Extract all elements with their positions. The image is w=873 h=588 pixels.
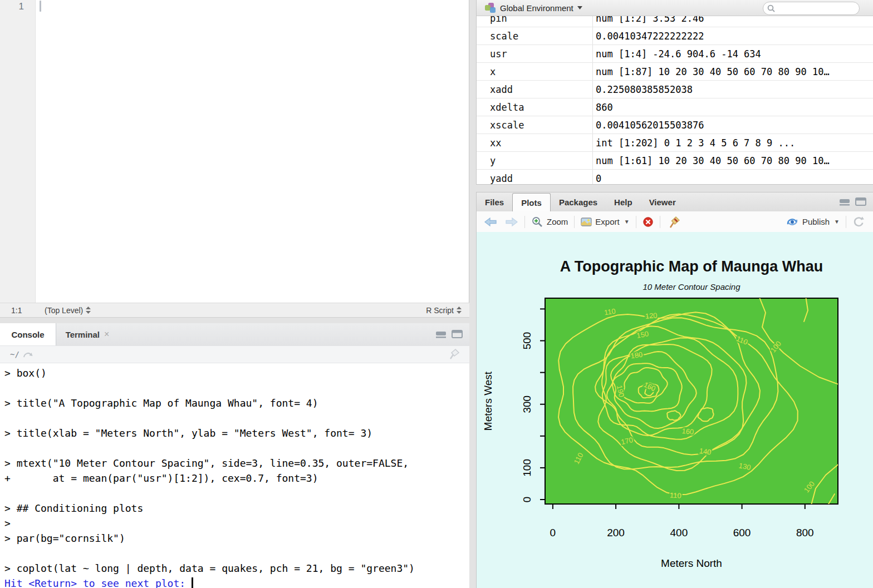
export-dropdown-icon: ▼ [624,219,630,225]
forward-arrow-icon [505,216,518,228]
zoom-plot-button[interactable]: Zoom [527,214,572,230]
console-line [4,411,469,426]
remove-plot-button[interactable] [639,214,658,230]
editor-caret [40,1,41,12]
variable-value: 0 [593,173,601,184]
environment-variable-row[interactable]: xadd0.225080385852038 [477,81,873,98]
svg-text:110: 110 [604,307,616,317]
console-output[interactable]: > box()> title("A Topographic Map of Mau… [0,363,469,588]
environment-pane: pinnum [1:2] 3.53 2.46scale0.00410347222… [476,0,873,185]
variable-value: num [1:87] 10 20 30 40 50 60 70 80 90 10… [593,66,830,77]
goto-directory-icon[interactable] [23,350,33,358]
variable-value: int [1:202] 0 1 2 3 4 5 6 7 8 9 ... [593,137,795,149]
updown-icon [86,307,91,314]
export-plot-button[interactable]: Export ▼ [577,214,633,230]
zoom-label: Zoom [547,217,568,226]
working-directory[interactable]: ~/ [10,350,19,359]
console-line: + at = mean(par("usr")[1:2]), cex=0.7, f… [4,471,469,486]
source-status-bar: 1:1 (Top Level) R Script [0,303,469,318]
environment-search-box[interactable] [763,2,860,15]
zoom-magnifier-icon [531,216,543,228]
editor-text-area[interactable] [36,0,469,303]
terminal-close-icon[interactable]: × [104,329,109,339]
x-axis-label: Meters North [661,557,722,569]
environment-search-input[interactable] [777,4,859,13]
source-editor-pane[interactable]: 1 [0,0,469,303]
environment-variable-list: pinnum [1:2] 3.53 2.46scale0.00410347222… [477,9,873,185]
variable-name: x [477,63,593,80]
environment-variable-row[interactable]: xdelta860 [477,98,873,116]
export-image-icon [581,218,592,226]
console-line [4,441,469,456]
console-line: > par(bg="cornsilk") [4,531,469,546]
clear-console-icon[interactable] [447,347,460,360]
y-axis-label: Meters West [482,371,494,431]
console-tab-bar: Console Terminal × [0,323,469,347]
variable-value: 0.00410347222222222 [593,31,704,42]
minimize-pane-icon[interactable] [839,197,850,206]
refresh-plot-button[interactable] [849,214,869,230]
variable-name: xscale [477,116,593,134]
variable-name: y [477,152,593,169]
tab-viewer[interactable]: Viewer [641,193,684,211]
variable-name: usr [477,45,593,62]
console-line: Hit <Return> to see next plot: [4,576,469,588]
publish-button[interactable]: Publish ▼ [782,214,843,230]
variable-name: yadd [477,170,593,185]
environment-variable-row[interactable]: xxint [1:202] 0 1 2 3 4 5 6 7 8 9 ... [477,134,873,152]
environment-variable-row[interactable]: ynum [1:61] 10 20 30 40 50 60 70 80 90 1… [477,152,873,170]
environment-variable-row[interactable]: xscale0.00410562015503876 [477,116,873,134]
tab-plots[interactable]: Plots [512,193,551,212]
tab-help[interactable]: Help [606,193,641,211]
variable-name: xx [477,134,593,151]
tab-files[interactable]: Files [477,193,512,211]
refresh-icon [852,216,865,228]
console-toolbar: ~/ [0,346,469,363]
svg-text:160: 160 [681,427,694,436]
y-tick-label: 500 [521,332,533,350]
console-line [4,381,469,396]
tab-packages[interactable]: Packages [551,193,606,211]
variable-name: scale [477,27,593,45]
clear-all-plots-button[interactable] [663,214,685,230]
scope-label: (Top Level) [45,306,83,315]
search-icon [767,4,775,12]
y-tick-label: 100 [521,459,533,477]
publish-icon [786,217,799,227]
back-plot-button[interactable] [480,214,501,230]
console-line: > ## Conditioning plots [4,501,469,516]
environment-scope-dropdown[interactable]: Global Environment [484,2,582,13]
maximize-pane-icon[interactable] [855,197,866,206]
console-line: > box() [4,365,469,381]
environment-variable-row[interactable]: scale0.00410347222222222 [477,27,873,45]
console-line: > mtext("10 Meter Contour Spacing", side… [4,456,469,471]
console-line [4,546,469,561]
environment-variable-row[interactable]: usrnum [1:4] -24.6 904.6 -14 634 [477,45,873,63]
file-type-label: R Script [426,306,454,315]
environment-variable-row[interactable]: yadd0 [477,170,873,185]
tab-terminal[interactable]: Terminal × [56,323,119,345]
console-line: > coplot(lat ~ long | depth, data = quak… [4,561,469,576]
environment-variable-row[interactable]: xnum [1:87] 10 20 30 40 50 60 70 80 90 1… [477,63,873,81]
cursor-position: 1:1 [11,306,45,315]
remove-plot-icon [643,216,654,228]
scope-selector[interactable]: (Top Level) [45,306,91,315]
terminal-tab-label: Terminal [66,330,100,339]
x-tick-label: 400 [670,527,688,538]
environment-header: Global Environment [477,0,873,16]
chevron-down-icon [577,6,582,9]
plots-pane: FilesPlotsPackagesHelpViewer Zoom Export… [476,192,873,588]
console-cursor [192,577,193,588]
y-tick-label: 0 [521,497,533,503]
minimize-pane-icon[interactable] [435,330,447,338]
file-type-selector[interactable]: R Script [426,306,462,315]
line-number: 1 [19,1,24,12]
forward-plot-button[interactable] [501,214,522,230]
tab-console[interactable]: Console [0,323,56,345]
maximize-pane-icon[interactable] [452,330,463,338]
svg-text:140: 140 [699,447,712,457]
x-tick-label: 0 [550,527,556,538]
topographic-plot: A Topographic Map of Maunga Whau 10 Mete… [477,232,873,588]
broom-icon [666,215,681,229]
x-tick-label: 600 [733,527,751,538]
